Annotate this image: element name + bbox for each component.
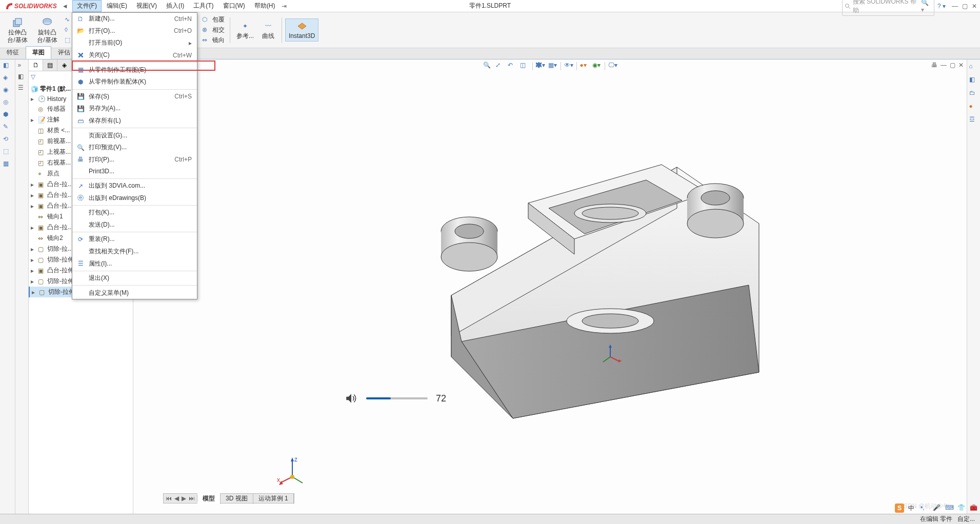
ft-tab-display[interactable]: ◈ [57,59,72,71]
menu-print-preview[interactable]: 🔍打印预览(V)... [72,142,197,154]
zoom-area-icon[interactable]: ⤢ [495,62,505,71]
menu-insert[interactable]: 插入(I) [162,1,188,11]
side-expand-icon[interactable]: » [18,62,26,70]
rail-icon-1[interactable]: ◧ [3,62,12,71]
menu-publish-3dvia[interactable]: ↗出版到 3DVIA.com... [72,180,197,192]
ime-mic-icon[interactable]: 🎤 [933,504,941,512]
wrap-button[interactable]: ⬡包覆 [200,15,227,25]
display-style-icon[interactable]: ▦▾ [548,62,557,71]
menu-properties[interactable]: ☰属性(I)... [72,257,197,270]
svg-text:z: z [294,456,297,463]
tp-appearance-icon[interactable]: ● [969,103,978,112]
instant3d-button[interactable]: Instant3D [285,18,318,41]
close-button[interactable]: ✕ [972,3,977,10]
section-view-icon[interactable]: ◫ [520,62,529,71]
rail-icon-2[interactable]: ◈ [3,74,12,83]
mirror-button[interactable]: ⇔镜向 [200,35,227,45]
ime-toolbox-icon[interactable]: 🧰 [970,504,978,512]
menu-save-as[interactable]: 💾另存为(A)... [72,103,197,115]
prev-view-icon[interactable]: ↶ [508,62,517,71]
menu-tools[interactable]: 工具(T) [189,1,217,11]
menu-open[interactable]: 📂打开(O)...Ctrl+O [72,25,197,37]
bt-next-icon[interactable]: ▶ [181,495,187,502]
tp-library-icon[interactable]: 🗀 [969,89,978,98]
menu-file[interactable]: 文件(F) [72,0,102,12]
rail-icon-5[interactable]: ⬢ [3,111,12,120]
menu-close[interactable]: 🗙关闭(C)Ctrl+W [72,49,197,62]
menu-view[interactable]: 视图(V) [132,1,161,11]
rail-icon-3[interactable]: ◉ [3,86,12,95]
menu-help[interactable]: 帮助(H) [250,1,279,11]
minimize-button[interactable]: — [952,3,958,10]
bt-prev-icon[interactable]: ◀ [173,495,180,502]
ime-skin-icon[interactable]: 👕 [957,504,966,512]
tab-features[interactable]: 特征 [0,46,26,59]
bt-last-icon[interactable]: ⏭ [188,495,196,502]
hide-show-icon[interactable]: 👁▾ [564,62,573,71]
intersect-button[interactable]: ⊗相交 [200,25,227,35]
vp-max-icon[interactable]: ▢ [950,62,955,69]
volume-value: 72 [436,393,446,404]
menu-pack-and-go[interactable]: 打包(K)... [72,207,197,219]
menu-send[interactable]: 发送(D)... [72,219,197,231]
menu-back-icon[interactable]: ◄ [60,3,70,10]
bottom-tab-model[interactable]: 模型 [197,493,221,504]
menu-save-all[interactable]: 🗃保存所有(L) [72,115,197,127]
graphics-viewport[interactable]: 🔍 ⤢ ↶ ◫ 🞹▾ ▦▾ 👁▾ ●▾ ◉▾ 🖵▾ 🖶 — ▢ ✕ [133,59,967,514]
view-triad[interactable]: z x [277,456,308,487]
tp-properties-icon[interactable]: ☲ [969,116,978,125]
rail-icon-9[interactable]: ▦ [3,160,12,169]
scene-icon[interactable]: ◉▾ [592,62,602,71]
menu-exit[interactable]: 退出(X) [72,272,197,285]
appearance-icon[interactable]: ●▾ [580,62,589,71]
curves-button[interactable]: 〰曲线 [258,19,278,41]
tp-resources-icon[interactable]: ◧ [969,76,978,85]
menu-new[interactable]: 🗋新建(N)...Ctrl+N [72,13,197,25]
side-icon-2[interactable]: ◧ [18,73,26,81]
menu-reload[interactable]: ⟳重装(R)... [72,233,197,246]
extrude-boss-button[interactable]: 拉伸凸 台/基体 [3,15,32,45]
menu-find-references[interactable]: 查找相关文件(F)... [72,246,197,258]
tab-sketch[interactable]: 草图 [26,46,51,59]
vp-min-icon[interactable]: — [941,62,947,69]
vp-close-icon[interactable]: ✕ [958,62,964,69]
menu-publish-edrawings[interactable]: ⓔ出版到 eDrawings(B) [72,192,197,204]
vp-print-icon[interactable]: 🖶 [931,62,937,69]
search-dropdown-icon[interactable]: 🔍▾ [921,0,932,13]
revolve-boss-button[interactable]: 旋转凸 台/基体 [33,15,62,45]
menu-make-drawing[interactable]: ▦从零件制作工程图(E) [72,64,197,76]
menu-page-setup[interactable]: 页面设置(G)... [72,129,197,142]
ime-lang-icon[interactable]: 中 [908,504,916,512]
bottom-tab-3dview[interactable]: 3D 视图 [221,493,253,504]
ft-tab-config[interactable]: ▤ [43,59,57,71]
ime-logo-icon[interactable]: S [895,503,904,513]
rail-icon-8[interactable]: ⬚ [3,148,12,157]
view-settings-icon[interactable]: 🖵▾ [608,62,617,71]
ime-punct-icon[interactable]: •, [921,504,929,512]
volume-slider[interactable] [366,397,428,399]
reference-geometry-button[interactable]: ✦参考... [233,19,257,41]
menu-make-assembly[interactable]: ⬢从零件制作装配体(K) [72,76,197,88]
menu-save[interactable]: 💾保存(S)Ctrl+S [72,91,197,103]
rail-icon-7[interactable]: ⟲ [3,135,12,145]
menu-print[interactable]: 🖶打印(P)...Ctrl+P [72,154,197,166]
side-icon-3[interactable]: ☰ [18,84,26,92]
maximize-button[interactable]: ▢ [962,3,968,10]
zoom-fit-icon[interactable]: 🔍 [483,62,492,71]
menu-open-recent[interactable]: 打开当前(O)▸ [72,37,197,49]
rail-icon-4[interactable]: ◎ [3,98,12,108]
tp-home-icon[interactable]: ⌂ [969,63,978,72]
menu-window[interactable]: 窗口(W) [219,1,249,11]
help-icon[interactable]: ? ▾ [937,3,946,10]
menu-print3d[interactable]: Print3D... [72,166,197,177]
view-orientation-icon[interactable]: 🞹▾ [536,62,545,71]
menu-edit[interactable]: 编辑(E) [103,1,131,11]
ft-tab-tree[interactable]: 🗋 [29,59,43,71]
ime-keyboard-icon[interactable]: ⌨ [945,504,953,512]
rail-icon-6[interactable]: ✎ [3,123,12,132]
bottom-tab-motion[interactable]: 运动算例 1 [253,493,294,504]
pin-icon[interactable]: ⇥ [279,3,289,10]
bt-first-icon[interactable]: ⏮ [165,495,173,502]
menu-customize[interactable]: 自定义菜单(M) [72,287,197,299]
search-input[interactable]: 搜索 SOLIDWORKS 帮助 🔍▾ [842,0,934,16]
